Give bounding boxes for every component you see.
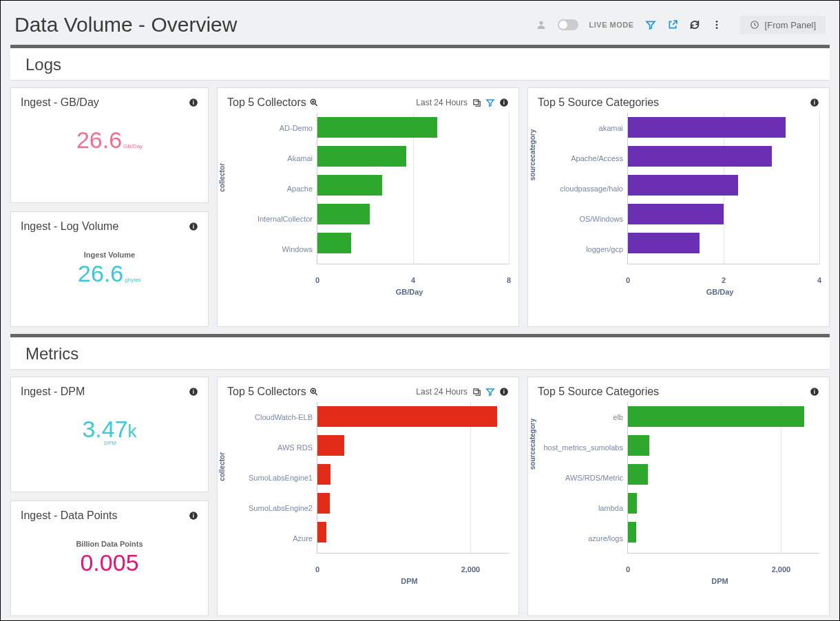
panel-ingest-gb: Ingest - GB/Day i 26.6GB/Day: [10, 87, 209, 203]
svg-text:i: i: [503, 100, 505, 106]
panel-subtitle: Last 24 Hours: [416, 98, 468, 107]
panel-ingest-dpm: Ingest - DPM i 3.47k DPM: [10, 377, 209, 492]
ingest-dpm-unit: DPM: [22, 440, 198, 446]
more-icon[interactable]: [711, 19, 722, 30]
panel-logs-top-sourcecats: Top 5 Source Categories i sourcecategory…: [527, 87, 830, 327]
info-icon[interactable]: i: [499, 98, 509, 107]
svg-text:i: i: [193, 513, 194, 519]
panel-title: Top 5 Collectors: [227, 96, 319, 109]
section-title-metrics: Metrics: [10, 337, 830, 370]
panel-metrics-top-sourcecats: Top 5 Source Categories i sourcecategory…: [527, 377, 830, 616]
svg-text:i: i: [503, 389, 505, 395]
chart-logs-collectors: collectorAD-DemoAkamaiApacheInternalColl…: [227, 113, 509, 292]
panel-title: Top 5 Collectors: [227, 386, 319, 398]
live-mode-toggle[interactable]: [558, 19, 578, 30]
user-icon: [536, 19, 547, 30]
svg-point-0: [539, 21, 543, 25]
panel-logs-top-collectors: Top 5 Collectors Last 24 Hours i collect…: [217, 87, 519, 327]
filter-icon[interactable]: [645, 19, 656, 30]
svg-rect-20: [474, 389, 479, 394]
time-range-selector[interactable]: [From Panel]: [740, 16, 826, 34]
panel-title: Ingest - Data Points: [21, 509, 118, 522]
info-icon[interactable]: i: [499, 387, 509, 397]
svg-text:i: i: [193, 389, 194, 395]
magnify-icon[interactable]: [309, 98, 319, 107]
svg-point-1: [715, 21, 717, 23]
chart-logs-sourcecats: sourcecategoryakamaiApache/Accesscloudpa…: [538, 113, 819, 292]
info-icon[interactable]: i: [189, 387, 198, 397]
info-icon[interactable]: i: [189, 222, 198, 231]
datapoints-value: 0.005: [80, 549, 138, 576]
magnify-icon[interactable]: [309, 387, 319, 397]
info-icon[interactable]: i: [810, 98, 819, 107]
info-icon[interactable]: i: [810, 387, 819, 397]
svg-rect-10: [474, 100, 479, 105]
chart-metrics-collectors: collectorCloudWatch-ELBAWS RDSSumoLabsEn…: [227, 402, 509, 581]
section-title-logs: Logs: [10, 48, 830, 81]
share-icon[interactable]: [667, 19, 678, 30]
svg-point-2: [715, 24, 717, 26]
svg-text:i: i: [193, 224, 194, 230]
page-title: Data Volume - Overview: [14, 13, 536, 36]
panel-subtitle: Last 24 Hours: [416, 387, 468, 397]
stack-icon[interactable]: [472, 98, 481, 107]
ingest-dpm-k: k: [128, 421, 137, 441]
refresh-icon[interactable]: [689, 19, 700, 30]
stack-icon[interactable]: [472, 387, 481, 397]
panel-metrics-top-collectors: Top 5 Collectors Last 24 Hours i collect…: [217, 377, 519, 616]
ingest-gb-value: 26.6: [76, 127, 122, 153]
panel-title: Top 5 Source Categories: [538, 386, 659, 398]
ingest-volume-value: 26.6: [78, 260, 123, 286]
panel-title: Top 5 Source Categories: [538, 96, 659, 109]
ingest-volume-caption: Ingest Volume: [21, 251, 198, 259]
svg-text:i: i: [814, 389, 815, 395]
ingest-dpm-value: 3.47: [82, 416, 127, 442]
svg-text:i: i: [814, 100, 815, 106]
panel-title: Ingest - GB/Day: [21, 96, 99, 109]
filter-icon[interactable]: [485, 98, 495, 107]
panel-ingest-log-volume: Ingest - Log Volume i Ingest Volume 26.6…: [10, 211, 209, 327]
svg-point-3: [715, 27, 717, 29]
ingest-gb-unit: GB/Day: [123, 143, 143, 149]
info-icon[interactable]: i: [189, 98, 198, 107]
filter-icon[interactable]: [485, 387, 495, 397]
chart-metrics-sourcecats: sourcecategoryelbhost_metrics_sumolabsAW…: [538, 402, 819, 581]
panel-ingest-datapoints: Ingest - Data Points i Billion Data Poin…: [10, 501, 209, 616]
datapoints-caption: Billion Data Points: [21, 540, 198, 548]
ingest-volume-unit: gbytes: [125, 277, 141, 283]
info-icon[interactable]: i: [189, 511, 198, 520]
live-mode-label: LIVE MODE: [589, 21, 634, 29]
time-range-label: [From Panel]: [765, 20, 816, 30]
panel-title: Ingest - DPM: [21, 386, 85, 398]
svg-text:i: i: [193, 100, 194, 106]
panel-title: Ingest - Log Volume: [21, 220, 118, 233]
